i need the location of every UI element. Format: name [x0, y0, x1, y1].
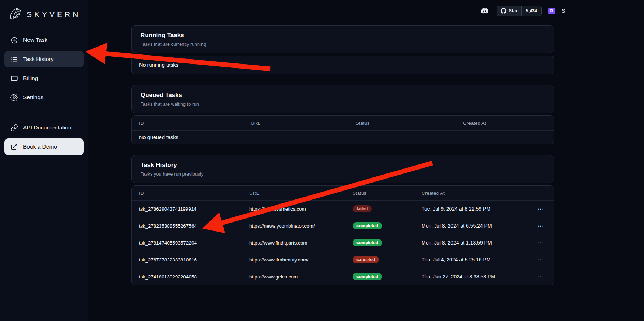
running-tasks-section: Running Tasks Tasks that are currently r…	[131, 25, 554, 74]
task-url: https://tartecosmetics.com	[242, 206, 345, 212]
status-badge: failed	[353, 205, 372, 212]
sidebar-item-label: Billing	[23, 75, 38, 82]
task-actions-cell: ⋯	[532, 222, 554, 230]
main-area: Star 5,434 R S Running Tasks Tasks that …	[88, 0, 644, 321]
sidebar-item-settings[interactable]: Settings	[4, 89, 84, 106]
task-created-at: Thu, Jun 27, 2024 at 8:38:58 PM	[414, 274, 532, 280]
task-history-table: ID URL Status Created At tsk_27862904374…	[131, 185, 554, 285]
queued-tasks-section: Queued Tasks Tasks that are waiting to r…	[131, 85, 554, 144]
status-badge: completed	[353, 222, 382, 229]
running-tasks-title: Running Tasks	[141, 32, 545, 39]
task-actions-cell: ⋯	[532, 205, 554, 213]
task-id: tsk_278629043741199914	[132, 206, 242, 212]
status-badge: completed	[353, 239, 382, 246]
sidebar-item-label: API Documentation	[23, 124, 72, 131]
row-actions-button[interactable]: ⋯	[536, 222, 545, 230]
sidebar-item-label: Settings	[23, 94, 43, 101]
github-star-count: 5,434	[521, 6, 541, 16]
external-link-icon	[10, 143, 18, 150]
task-status-cell: completed	[345, 222, 414, 229]
github-star-label: Star	[509, 8, 517, 13]
running-tasks-empty: No running tasks	[131, 56, 554, 74]
book-a-demo-button[interactable]: Book a Demo	[4, 138, 84, 155]
task-id: tsk_276727822333810816	[132, 257, 242, 263]
sidebar-item-billing[interactable]: Billing	[4, 70, 84, 87]
credit-card-icon	[10, 75, 18, 82]
task-history-row[interactable]: tsk_278147405593572204 https://www.findi…	[132, 234, 554, 251]
queued-tasks-table-header: ID URL Status Created At	[132, 116, 554, 130]
queued-tasks-header-card: Queued Tasks Tasks that are waiting to r…	[131, 85, 554, 113]
skyvern-logo-icon	[7, 6, 24, 23]
task-history-header-card: Task History Tasks you have run previous…	[131, 155, 554, 183]
github-star-button[interactable]: Star 5,434	[497, 6, 542, 16]
task-actions-cell: ⋯	[532, 273, 554, 281]
content: Running Tasks Tasks that are currently r…	[88, 22, 644, 296]
queued-tasks-empty-row: No queued tasks	[132, 130, 554, 144]
task-id: tsk_274180139292204058	[132, 274, 242, 280]
task-created-at: Mon, Jul 8, 2024 at 6:55:24 PM	[414, 223, 532, 229]
running-tasks-subtitle: Tasks that are currently running	[141, 41, 545, 47]
task-url: https://news.ycombinator.com/	[242, 223, 345, 229]
plus-circle-icon	[10, 36, 18, 44]
list-icon	[10, 56, 18, 63]
row-actions-button[interactable]: ⋯	[536, 273, 545, 281]
task-id: tsk_278235388555267564	[132, 223, 242, 229]
task-history-title: Task History	[141, 162, 545, 169]
task-actions-cell: ⋯	[532, 239, 554, 247]
column-header-id: ID	[132, 120, 243, 126]
task-created-at: Mon, Jul 8, 2024 at 1:13:59 PM	[414, 240, 532, 246]
row-actions-button[interactable]: ⋯	[536, 205, 545, 213]
queued-tasks-title: Queued Tasks	[141, 92, 545, 99]
task-status-cell: completed	[345, 239, 414, 246]
discord-icon[interactable]	[479, 7, 490, 15]
column-header-url: URL	[243, 120, 349, 126]
task-url: https://www.tirabeauty.com/	[242, 257, 345, 263]
task-created-at: Thu, Jul 4, 2024 at 5:25:16 PM	[414, 257, 532, 263]
column-header-url: URL	[242, 190, 345, 196]
column-header-id: ID	[132, 190, 242, 196]
logo-text: SKYVERN	[27, 10, 81, 19]
task-actions-cell: ⋯	[532, 256, 554, 264]
app-root: SKYVERN New Task Task History	[0, 0, 644, 321]
column-header-status: Status	[349, 120, 456, 126]
gear-icon	[10, 94, 18, 101]
task-history-row[interactable]: tsk_276727822333810816 https://www.tirab…	[132, 251, 554, 268]
task-url: https://www.finditparts.com	[242, 240, 345, 246]
logo: SKYVERN	[4, 5, 84, 32]
avatar[interactable]: R	[548, 8, 555, 14]
row-actions-button[interactable]: ⋯	[536, 239, 545, 247]
topbar: Star 5,434 R S	[88, 0, 644, 22]
sidebar: SKYVERN New Task Task History	[0, 0, 88, 321]
task-history-row[interactable]: tsk_274180139292204058 https://www.geico…	[132, 268, 554, 285]
row-actions-button[interactable]: ⋯	[536, 256, 545, 264]
task-status-cell: failed	[345, 205, 414, 212]
task-history-section: Task History Tasks you have run previous…	[131, 155, 554, 285]
task-history-row[interactable]: tsk_278629043741199914 https://tartecosm…	[132, 200, 554, 217]
task-url: https://www.geico.com	[242, 274, 345, 280]
task-status-cell: completed	[345, 273, 414, 280]
sidebar-item-api-documentation[interactable]: API Documentation	[4, 119, 84, 136]
sidebar-item-task-history[interactable]: Task History	[4, 51, 84, 67]
status-badge: completed	[353, 273, 382, 280]
task-history-subtitle: Tasks you have run previously	[141, 171, 545, 177]
sidebar-item-label: New Task	[23, 37, 47, 43]
task-history-table-header: ID URL Status Created At	[132, 186, 554, 200]
queued-tasks-empty-text: No queued tasks	[132, 135, 554, 140]
column-header-created-at: Created At	[414, 190, 532, 196]
column-header-created-at: Created At	[456, 120, 554, 126]
task-created-at: Tue, Jul 9, 2024 at 8:22:59 PM	[414, 206, 532, 212]
github-star-segment: Star	[497, 6, 521, 16]
sidebar-item-label: Book a Demo	[23, 144, 57, 150]
column-header-status: Status	[345, 190, 414, 196]
sidebar-item-new-task[interactable]: New Task	[4, 32, 84, 48]
queued-tasks-table: ID URL Status Created At No queued tasks	[131, 115, 554, 144]
sidebar-divider	[6, 113, 82, 113]
username-text: S	[562, 8, 566, 14]
task-id: tsk_278147405593572204	[132, 240, 242, 246]
sidebar-item-label: Task History	[23, 56, 53, 62]
task-history-row[interactable]: tsk_278235388555267564 https://news.ycom…	[132, 217, 554, 234]
running-tasks-header-card: Running Tasks Tasks that are currently r…	[131, 25, 554, 53]
github-icon	[501, 8, 506, 14]
link-icon	[10, 124, 18, 132]
queued-tasks-subtitle: Tasks that are waiting to run	[141, 101, 545, 107]
